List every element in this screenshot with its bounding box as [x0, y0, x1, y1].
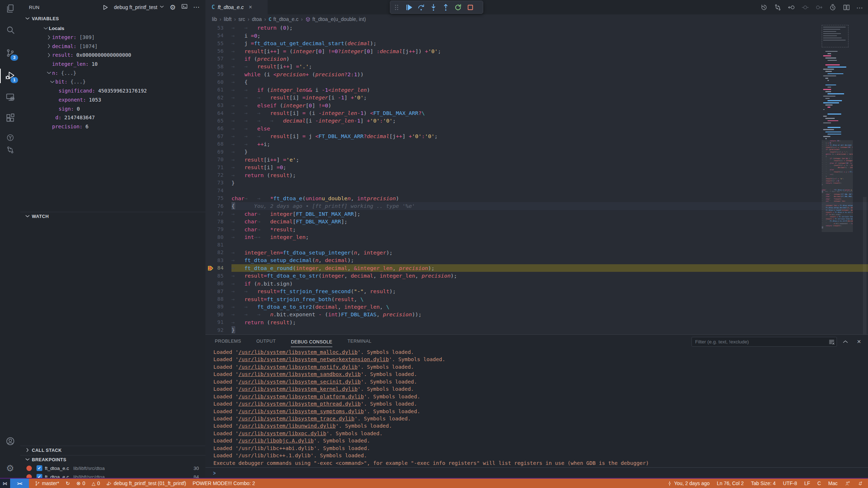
- status-item-errors[interactable]: ⊗0: [76, 481, 85, 486]
- more-icon[interactable]: ⋯: [193, 3, 200, 11]
- console-link[interactable]: /usr/lib/system/libsystem_sandbox.dylib: [238, 371, 361, 377]
- gutter[interactable]: 87: [205, 287, 231, 295]
- activity-item-git-compare[interactable]: [1, 142, 19, 159]
- gutter[interactable]: 63: [205, 101, 231, 109]
- panel-tab-output[interactable]: OUTPUT: [256, 339, 276, 344]
- breakpoint-checkbox[interactable]: ✓: [37, 465, 42, 471]
- gutter[interactable]: 73: [205, 179, 231, 187]
- gutter[interactable]: 76: [205, 202, 231, 210]
- gutter[interactable]: 83: [205, 256, 231, 264]
- status-item-language-mode[interactable]: C: [817, 481, 821, 486]
- status-item-eol[interactable]: LF: [804, 481, 810, 486]
- step-over-button[interactable]: [415, 2, 427, 13]
- gutter[interactable]: 78: [205, 218, 231, 225]
- console-link[interactable]: /usr/lib/system/libsystem_malloc.dylib: [238, 349, 357, 355]
- variables-section-header[interactable]: VARIABLES: [20, 14, 205, 23]
- console-link[interactable]: /usr/lib/system/libsystem_networkextensi…: [238, 356, 389, 362]
- close-icon[interactable]: ×: [249, 4, 252, 10]
- gutter[interactable]: 64: [205, 109, 231, 117]
- gutter[interactable]: 72: [205, 171, 231, 179]
- breadcrumb-item[interactable]: lib: [212, 16, 217, 22]
- status-item-debug-launch[interactable]: debug ft_printf_test (01_ft_printf): [106, 481, 186, 486]
- variable-row[interactable]: bit:{...}: [20, 77, 205, 86]
- status-item-encoding[interactable]: UTF-8: [783, 481, 797, 486]
- change-button[interactable]: [801, 3, 809, 12]
- start-debug-icon[interactable]: [102, 4, 109, 11]
- gutter[interactable]: 81: [205, 241, 231, 248]
- gutter[interactable]: 61: [205, 86, 231, 94]
- activity-item-remote-explorer[interactable]: [0, 88, 20, 107]
- chevron-right-icon[interactable]: [46, 52, 52, 58]
- variable-row[interactable]: integer_len:10: [20, 60, 205, 69]
- gutter[interactable]: 67: [205, 132, 231, 140]
- gutter[interactable]: 92: [205, 326, 231, 334]
- gear-icon[interactable]: ⚙: [170, 4, 176, 11]
- gutter[interactable]: 74: [205, 187, 231, 194]
- console-link[interactable]: /usr/lib/system/libsystem_secinit.dylib: [238, 379, 361, 385]
- breadcrumb-item[interactable]: src: [238, 16, 245, 22]
- previous-change-button[interactable]: [787, 3, 796, 12]
- chevron-down-icon[interactable]: [46, 70, 52, 76]
- gutter[interactable]: 84: [205, 264, 231, 272]
- gutter[interactable]: 53: [205, 24, 231, 31]
- gutter[interactable]: 60: [205, 78, 231, 86]
- compare-button[interactable]: [773, 3, 782, 12]
- activity-item-settings[interactable]: ⚙: [0, 459, 20, 478]
- file-history-button[interactable]: [760, 3, 768, 12]
- clear-console-icon[interactable]: [827, 338, 835, 346]
- minimap[interactable]: →→return (0);→i = 0;→j = ft_dtoa_ut_get_…: [822, 24, 853, 334]
- panel-tab-problems[interactable]: PROBLEMS: [215, 339, 241, 344]
- gutter[interactable]: 79: [205, 225, 231, 233]
- chevron-down-icon[interactable]: [43, 25, 49, 31]
- step-into-button[interactable]: [427, 2, 439, 13]
- activity-item-explorer[interactable]: [0, 0, 20, 18]
- gutter[interactable]: 62: [205, 94, 231, 101]
- console-link[interactable]: /usr/lib/libobjc.A.dylib: [238, 438, 314, 444]
- more-actions-button[interactable]: ⋯: [856, 3, 864, 12]
- gutter[interactable]: 86: [205, 279, 231, 287]
- variable-row[interactable]: precision:6: [20, 122, 205, 131]
- gutter[interactable]: 89: [205, 303, 231, 311]
- breadcrumb-item[interactable]: libft: [224, 16, 232, 22]
- variable-row[interactable]: significand:4503599623176192: [20, 86, 205, 95]
- console-link[interactable]: /usr/lib/system/libsystem_notify.dylib: [238, 364, 357, 370]
- gutter[interactable]: 56: [205, 47, 231, 55]
- activity-item-search[interactable]: [0, 21, 20, 40]
- chevron-down-icon[interactable]: [49, 79, 55, 85]
- console-link[interactable]: /usr/lib/system/libsystem_kernel.dylib: [238, 386, 357, 392]
- gutter[interactable]: 68: [205, 140, 231, 148]
- activity-item-account[interactable]: [0, 432, 20, 451]
- gutter[interactable]: 57: [205, 55, 231, 63]
- status-item-warnings[interactable]: △0: [92, 481, 100, 486]
- console-link[interactable]: /usr/lib/system/libxpc.dylib: [238, 431, 326, 436]
- debug-config-dropdown[interactable]: debug ft_printf_test: [114, 4, 165, 10]
- gutter[interactable]: 77: [205, 210, 231, 218]
- gutter[interactable]: 82: [205, 249, 231, 256]
- continue-button[interactable]: [403, 2, 415, 13]
- editor-scrollbar[interactable]: [863, 197, 867, 334]
- console-link[interactable]: /usr/lib/system/libunwind.dylib: [238, 423, 336, 429]
- chevron-right-icon[interactable]: [46, 34, 52, 40]
- restart-button[interactable]: [452, 2, 464, 13]
- console-link[interactable]: /usr/lib/system/libsystem_trace.dylib: [238, 416, 354, 421]
- gutter[interactable]: 88: [205, 295, 231, 303]
- status-item-feedback[interactable]: [845, 481, 850, 486]
- debug-console-icon[interactable]: [181, 3, 188, 12]
- status-item-git-branch[interactable]: master*: [35, 481, 59, 486]
- gutter[interactable]: 90: [205, 311, 231, 318]
- breadcrumb-item[interactable]: Cft_dtoa_e.c: [268, 16, 298, 22]
- gutter[interactable]: 59: [205, 70, 231, 78]
- minimap-slider[interactable]: [822, 140, 853, 232]
- status-item-cursor-position[interactable]: Ln 76, Col 2: [717, 481, 744, 486]
- gutter[interactable]: 55: [205, 39, 231, 47]
- breakpoints-section-header[interactable]: BREAKPOINTS: [20, 455, 205, 464]
- status-item-power-mode[interactable]: POWER MODE!!! Combo: 2: [193, 481, 255, 486]
- gutter[interactable]: 70: [205, 155, 231, 163]
- step-out-button[interactable]: [439, 2, 452, 13]
- variable-row[interactable]: n:{...}: [20, 68, 205, 77]
- status-left-icon[interactable]: ⋈: [0, 479, 10, 488]
- gutter[interactable]: 54: [205, 31, 231, 39]
- console-filter-input[interactable]: [692, 337, 837, 347]
- status-item-indentation[interactable]: Tab Size: 4: [751, 481, 775, 486]
- variable-row[interactable]: Locals: [20, 24, 205, 33]
